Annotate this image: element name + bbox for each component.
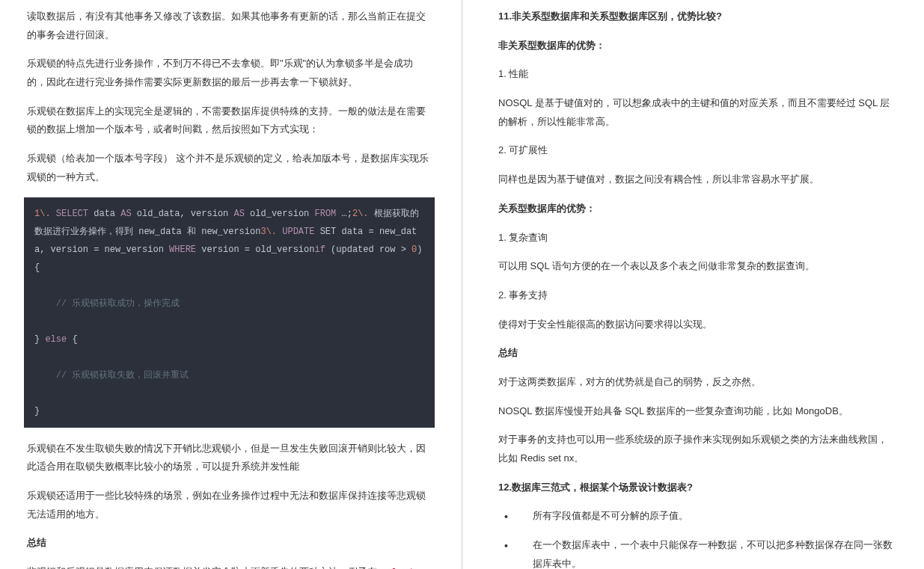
para: 悲观锁和乐观锁是数据库用来保证数据并发安全防止更新丢失的两种方法，例子在 sel… xyxy=(27,563,432,569)
para: 使得对于安全性能很高的数据访问要求得以实现。 xyxy=(498,316,894,334)
summary-heading: 总结 xyxy=(27,534,432,553)
para: 乐观锁在不发生取锁失败的情况下开销比悲观锁小，但是一旦发生失败回滚开销则比较大，… xyxy=(27,440,432,476)
para: NOSQL 数据库慢慢开始具备 SQL 数据库的一些复杂查询功能，比如 Mong… xyxy=(498,402,894,421)
para: 乐观锁（给表加一个版本号字段） 这个并不是乐观锁的定义，给表加版本号，是数据库实… xyxy=(27,150,432,186)
list-item: 在一个数据库表中，一个表中只能保存一种数据，不可以把多种数据保存在同一张数据库表… xyxy=(498,536,894,569)
para: 同样也是因为基于键值对，数据之间没有耦合性，所以非常容易水平扩展。 xyxy=(498,170,894,189)
para: 读取数据后，有没有其他事务又修改了该数据。如果其他事务有更新的话，那么当前正在提… xyxy=(27,7,432,44)
question-11: 11.非关系型数据库和关系型数据库区别，优势比较? xyxy=(498,7,894,26)
question-12: 12.数据库三范式，根据某个场景设计数据表? xyxy=(498,479,894,497)
para: 2. 事务支持 xyxy=(498,286,894,305)
para: 1. 复杂查询 xyxy=(498,229,894,247)
list-item: 所有字段值都是不可分解的原子值。 xyxy=(498,507,894,526)
bullet-list: 所有字段值都是不可分解的原子值。 在一个数据库表中，一个表中只能保存一种数据，不… xyxy=(498,507,894,569)
nosql-heading: 非关系型数据库的优势： xyxy=(498,37,894,55)
code-block: 1\. SELECT data AS old_data, version AS … xyxy=(24,197,435,428)
right-column: 11.非关系型数据库和关系型数据库区别，优势比较? 非关系型数据库的优势： 1.… xyxy=(462,0,924,569)
left-column: 读取数据后，有没有其他事务又修改了该数据。如果其他事务有更新的话，那么当前正在提… xyxy=(0,0,462,569)
para: 2. 可扩展性 xyxy=(498,141,894,160)
para: 对于这两类数据库，对方的优势就是自己的弱势，反之亦然。 xyxy=(498,373,894,392)
summary-heading: 总结 xyxy=(498,344,894,363)
para: 1. 性能 xyxy=(498,65,894,84)
para: 乐观锁还适用于一些比较特殊的场景，例如在业务操作过程中无法和数据库保持连接等悲观… xyxy=(27,487,432,523)
para: NOSQL 是基于键值对的，可以想象成表中的主键和值的对应关系，而且不需要经过 … xyxy=(498,94,894,131)
para: 可以用 SQL 语句方便的在一个表以及多个表之间做非常复杂的数据查询。 xyxy=(498,257,894,276)
para: 对于事务的支持也可以用一些系统级的原子操作来实现例如乐观锁之类的方法来曲线救国，… xyxy=(498,431,894,467)
para: 乐观锁在数据库上的实现完全是逻辑的，不需要数据库提供特殊的支持。一般的做法是在需… xyxy=(27,102,432,139)
para: 乐观锁的特点先进行业务操作，不到万不得已不去拿锁。即"乐观"的认为拿锁多半是会成… xyxy=(27,55,432,91)
sql-heading: 关系型数据库的优势： xyxy=(498,200,894,218)
